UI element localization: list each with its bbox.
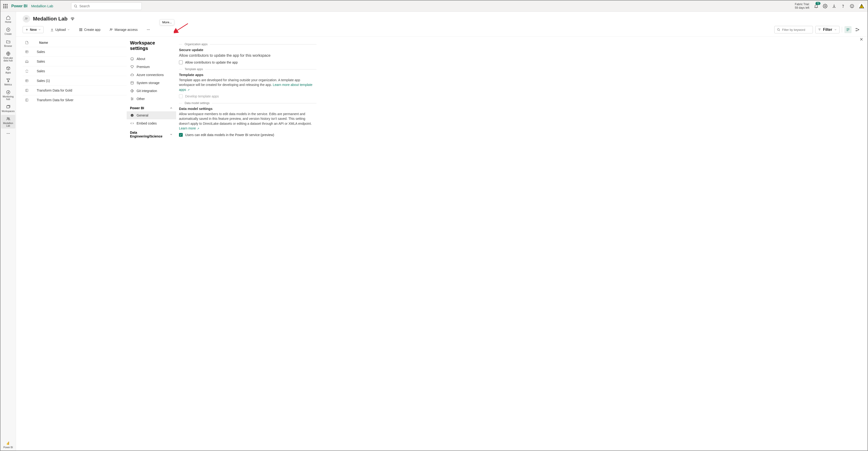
- svg-point-47: [131, 98, 132, 98]
- svg-point-33: [777, 29, 779, 30]
- filter-keyword-input[interactable]: [774, 26, 813, 33]
- list-item[interactable]: Sales: [23, 47, 127, 57]
- package-icon: [6, 66, 10, 71]
- notifications-button[interactable]: 72: [814, 4, 818, 8]
- list-item[interactable]: Sales: [23, 57, 127, 66]
- create-app-button[interactable]: Create app: [76, 26, 103, 33]
- manage-access-button[interactable]: Manage access: [107, 26, 140, 33]
- lineage-view-button[interactable]: [854, 26, 861, 33]
- nav-apps[interactable]: Apps: [1, 64, 15, 75]
- svg-rect-23: [80, 29, 81, 29]
- app-launcher-icon[interactable]: [3, 4, 7, 8]
- list-view-button[interactable]: [844, 26, 851, 33]
- new-button[interactable]: New: [23, 26, 43, 33]
- workspace-header: Medallion Lab: [16, 12, 868, 25]
- svg-point-17: [9, 133, 10, 134]
- svg-point-29: [147, 29, 147, 30]
- nav-embed[interactable]: Embed codes: [127, 119, 176, 127]
- people-icon: [24, 17, 29, 21]
- svg-rect-40: [26, 89, 28, 92]
- nav-more[interactable]: [1, 129, 15, 137]
- nav-current-workspace[interactable]: Medallion Lab: [1, 115, 15, 129]
- nav-other[interactable]: Other: [127, 95, 176, 103]
- svg-point-36: [856, 30, 857, 31]
- nav-browse[interactable]: Browse: [1, 38, 15, 49]
- svg-rect-20: [8, 442, 9, 445]
- svg-rect-19: [8, 443, 8, 445]
- data-model-learn-more-link[interactable]: Learn more ↗: [179, 126, 199, 130]
- nav-about[interactable]: About: [127, 55, 176, 63]
- more-button[interactable]: [144, 26, 152, 33]
- nav-onelake[interactable]: OneLake data hub: [1, 50, 15, 63]
- upload-icon: [50, 28, 54, 32]
- feedback-button[interactable]: [849, 4, 854, 8]
- nav-premium[interactable]: Premium: [127, 63, 176, 71]
- svg-rect-39: [26, 79, 28, 82]
- svg-point-5: [851, 5, 851, 6]
- premium-diamond-icon[interactable]: [70, 17, 75, 21]
- plus-circle-icon: [6, 27, 10, 32]
- code-icon: [130, 122, 134, 125]
- people-icon: [109, 28, 113, 32]
- edit-data-models-checkbox[interactable]: ✓: [179, 133, 183, 137]
- stack-icon: [6, 104, 10, 109]
- search-input[interactable]: [80, 4, 139, 8]
- nav-workspaces[interactable]: Workspaces: [1, 103, 15, 114]
- global-search[interactable]: [71, 2, 142, 10]
- template-apps-heading: Template apps: [179, 73, 316, 77]
- annotation-arrow: [174, 22, 190, 33]
- list-item[interactable]: Transform Data for Silver: [23, 95, 127, 105]
- info-filled-icon: [130, 114, 134, 117]
- diamond-icon: [130, 65, 134, 69]
- svg-point-4: [850, 4, 854, 8]
- left-nav-rail: Home Create Browse OneLake data hub Apps…: [0, 12, 16, 451]
- account-warning[interactable]: [859, 3, 865, 9]
- nav-metrics[interactable]: Metrics: [1, 76, 15, 87]
- list-item[interactable]: Sales (1): [23, 76, 127, 86]
- filter-icon: [818, 28, 821, 31]
- download-button[interactable]: [832, 4, 836, 8]
- filter-dropdown[interactable]: Filter: [815, 26, 839, 33]
- ellipsis-icon: [6, 131, 10, 136]
- close-icon: [860, 37, 863, 41]
- nav-storage[interactable]: System storage: [127, 79, 176, 87]
- nav-powerbi-switcher[interactable]: Power BI: [3, 441, 13, 451]
- lineage-icon: [855, 28, 860, 32]
- chevron-down-icon: [67, 28, 70, 31]
- nav-create[interactable]: Create: [1, 26, 15, 37]
- close-button[interactable]: [860, 37, 863, 41]
- nav-azure[interactable]: Azure connections: [127, 71, 176, 79]
- settings-button[interactable]: [823, 4, 828, 8]
- svg-line-34: [779, 30, 780, 31]
- nav-git[interactable]: Git integration: [127, 87, 176, 95]
- nav-section-powerbi[interactable]: Power BI: [127, 103, 176, 111]
- git-icon: [130, 89, 134, 93]
- folder-icon: [6, 39, 10, 44]
- develop-template-checkbox: [179, 94, 183, 98]
- trophy-icon: [6, 78, 10, 83]
- nav-general[interactable]: General: [127, 111, 176, 119]
- list-item[interactable]: Sales: [23, 66, 127, 76]
- breadcrumb-workspace[interactable]: Medallion Lab: [31, 4, 53, 8]
- upload-button[interactable]: Upload: [48, 26, 72, 33]
- file-icon: [25, 41, 29, 44]
- svg-point-0: [74, 5, 76, 7]
- nav-section-de[interactable]: Data Engineering/Science: [127, 127, 176, 139]
- nav-home[interactable]: Home: [1, 14, 15, 25]
- template-apps-desc: Template apps are developed for sharing …: [179, 78, 316, 92]
- nav-monitoring[interactable]: Monitoring hub: [1, 88, 15, 102]
- chevron-down-icon: [834, 28, 837, 31]
- allow-contributors-checkbox[interactable]: [179, 61, 183, 64]
- cloud-icon: [130, 73, 134, 77]
- help-button[interactable]: [841, 4, 845, 8]
- workspace-item-list: Name Sales Sales Sales: [16, 36, 127, 451]
- chevron-down-icon: [38, 28, 41, 31]
- workspace-avatar: [23, 15, 30, 23]
- svg-point-49: [132, 100, 132, 100]
- column-name[interactable]: Name: [39, 41, 48, 44]
- more-tooltip: More...: [160, 19, 174, 25]
- list-item[interactable]: Transform Data for Gold: [23, 86, 127, 95]
- svg-point-13: [7, 118, 8, 119]
- info-icon: [130, 57, 134, 61]
- svg-point-14: [8, 118, 9, 119]
